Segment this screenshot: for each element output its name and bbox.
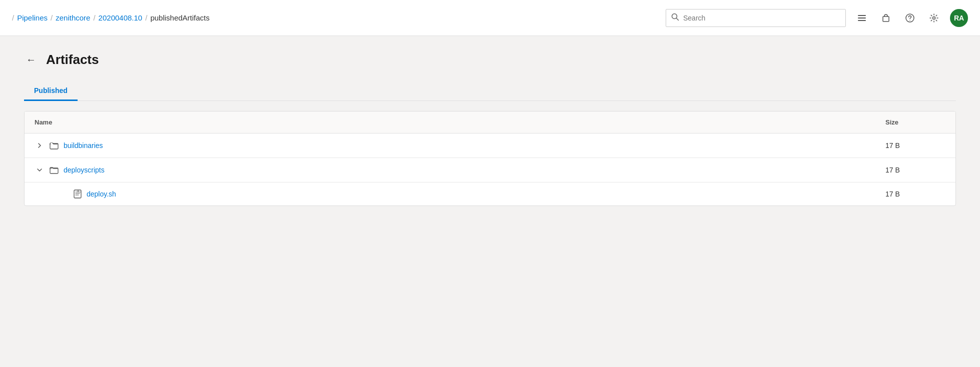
list-icon [857,13,867,23]
page-title: Artifacts [46,52,99,68]
tab-published[interactable]: Published [24,82,78,101]
svg-point-7 [909,20,910,20]
back-button[interactable]: ← [24,52,38,68]
chevron-right-icon [37,143,42,148]
expand-buildbinaries-button[interactable] [35,140,45,150]
folder-icon [50,166,59,174]
svg-rect-3 [858,18,866,18]
col-header-name: Name [25,112,875,134]
deploy-sh-name[interactable]: deploy.sh [87,190,116,198]
svg-line-1 [677,18,679,20]
bag-icon [881,13,891,23]
topbar: / Pipelines / zenithcore / 20200408.10 /… [0,0,980,36]
chevron-down-icon [37,168,42,172]
folder-icon [50,141,59,150]
back-arrow-icon: ← [26,54,36,66]
table-row: deployscripts 17 B [25,158,955,182]
row-size-cell: 17 B [875,182,955,206]
shopping-bag-button[interactable] [878,10,894,26]
breadcrumb-published-artifacts: publishedArtifacts [150,14,209,22]
breadcrumb-sep-1: / [51,14,53,22]
page-header: ← Artifacts [24,52,956,68]
breadcrumb-sep-0: / [12,14,14,22]
help-button[interactable] [902,10,918,26]
settings-icon [929,13,939,23]
list-view-button[interactable] [854,10,870,26]
row-name-cell: deploy.sh [25,182,875,206]
help-icon [905,13,915,23]
file-row-name: deploy.sh [35,190,865,198]
table-header-row: Name Size [25,112,955,134]
file-table-container: Name Size [24,111,956,206]
breadcrumb-build[interactable]: 20200408.10 [99,14,143,22]
breadcrumb: / Pipelines / zenithcore / 20200408.10 /… [12,14,210,22]
svg-rect-2 [858,15,866,16]
tabs: Published [24,82,956,101]
search-box[interactable] [666,9,846,27]
row-name-cell: buildbinaries [25,134,875,158]
search-input[interactable] [683,14,840,22]
file-icon [74,190,82,198]
svg-rect-5 [883,16,889,22]
row-size-cell: 17 B [875,158,955,182]
breadcrumb-sep-2: / [93,14,95,22]
file-row-name: deployscripts [35,165,865,175]
svg-rect-10 [51,143,53,144]
svg-rect-4 [858,20,866,21]
settings-button[interactable] [926,10,942,26]
avatar[interactable]: RA [950,9,968,27]
svg-rect-12 [74,190,81,198]
topbar-right: RA [666,9,968,27]
deployscripts-name[interactable]: deployscripts [64,166,105,174]
row-name-cell: deployscripts [25,158,875,182]
svg-point-8 [933,16,935,19]
table-row: deploy.sh 17 B [25,182,955,206]
file-table: Name Size [25,112,955,206]
search-icon [671,13,679,23]
table-row: buildbinaries 17 B [25,134,955,158]
col-header-size: Size [875,112,955,134]
expand-deployscripts-button[interactable] [35,165,45,175]
breadcrumb-zenithcore[interactable]: zenithcore [56,14,90,22]
buildbinaries-name[interactable]: buildbinaries [64,142,103,150]
file-row-name: buildbinaries [35,140,865,150]
main-content: ← Artifacts Published Name Size [0,36,980,367]
breadcrumb-sep-3: / [145,14,147,22]
row-size-cell: 17 B [875,134,955,158]
breadcrumb-pipelines[interactable]: Pipelines [17,14,48,22]
